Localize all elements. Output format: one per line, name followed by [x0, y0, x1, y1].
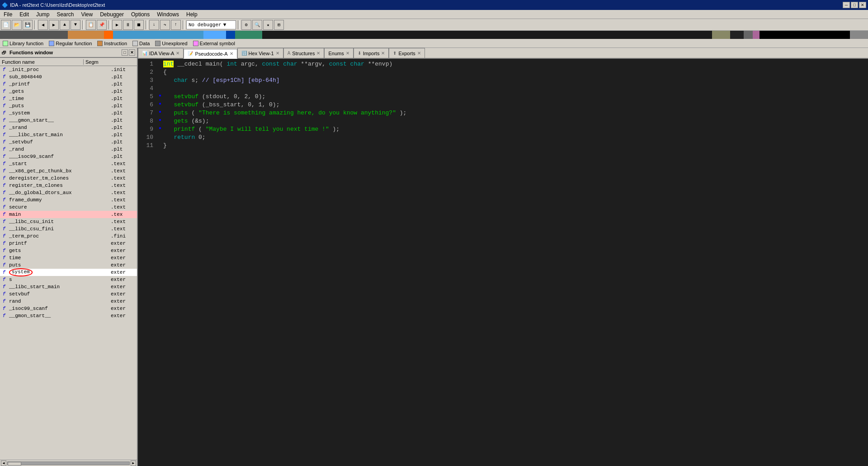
close-button[interactable]: ✕	[859, 2, 866, 8]
fn-row[interactable]: f__gmon_start__exter	[0, 312, 137, 319]
toolbar-open[interactable]: 📂	[12, 20, 22, 30]
tab-enums[interactable]: Enums ✕	[324, 48, 353, 58]
fn-icon: f	[0, 103, 8, 109]
tab-enums-label: Enums	[328, 51, 344, 56]
functions-scroll[interactable]: ◀ ▶	[0, 460, 137, 466]
code-area[interactable]: 1 int __cdecl main( int argc, const char…	[138, 59, 868, 466]
functions-header-controls[interactable]: □ ✕	[122, 49, 135, 56]
menu-view[interactable]: View	[77, 10, 96, 19]
fn-row[interactable]: f___isoc99_scanf.plt	[0, 153, 137, 160]
col-header-function[interactable]: Function name	[0, 59, 84, 65]
fn-row[interactable]: fsexter	[0, 276, 137, 283]
nav-seg-scrollbar[interactable]	[850, 31, 868, 39]
menu-help[interactable]: Help	[183, 10, 201, 19]
toolbar-paste[interactable]: 📌	[97, 20, 107, 30]
tab-ida-view[interactable]: 📊 IDA View-A ✕	[138, 48, 184, 58]
toolbar-run[interactable]: ▶	[112, 20, 122, 30]
menu-debugger[interactable]: Debugger	[96, 10, 127, 19]
maximize-button[interactable]: □	[851, 2, 858, 8]
panel-close-btn[interactable]: ✕	[129, 49, 135, 56]
fn-row[interactable]: fprintfexter	[0, 240, 137, 247]
fn-row[interactable]: fmain.tex	[0, 211, 137, 218]
fn-row[interactable]: fgetsexter	[0, 247, 137, 254]
panel-float-btn[interactable]: □	[122, 49, 128, 56]
toolbar-stepout[interactable]: ↑	[171, 20, 181, 30]
toolbar-copy[interactable]: 📋	[86, 20, 96, 30]
tab-exports[interactable]: ⬆ Exports ✕	[389, 48, 425, 58]
fn-row[interactable]: fderegister_tm_clones.text	[0, 175, 137, 182]
tab-pseudo-close[interactable]: ✕	[230, 51, 233, 56]
fn-row[interactable]: f_setvbuf.plt	[0, 138, 137, 146]
toolbar-back[interactable]: ◀	[38, 20, 48, 30]
scroll-right[interactable]: ▶	[131, 461, 136, 466]
toolbar-extra2[interactable]: 🔍	[252, 20, 262, 30]
tab-hex-view[interactable]: 🔢 Hex View-1 ✕	[237, 48, 283, 58]
toolbar-up[interactable]: ▲	[60, 20, 70, 30]
tab-struct-close[interactable]: ✕	[316, 51, 320, 56]
fn-row[interactable]: f__libc_start_mainexter	[0, 283, 137, 290]
toolbar-down[interactable]: ▼	[71, 20, 80, 30]
fn-seg: exter	[110, 248, 137, 253]
toolbar-extra4[interactable]: ⊞	[274, 20, 284, 30]
title-bar-controls[interactable]: ─ □ ✕	[843, 2, 866, 8]
menu-options[interactable]: Options	[127, 10, 153, 19]
fn-row[interactable]: fregister_tm_clones.text	[0, 182, 137, 189]
scroll-thumb[interactable]	[8, 462, 21, 466]
fn-name: _puts	[8, 103, 110, 109]
tab-enums-close[interactable]: ✕	[346, 51, 349, 56]
tab-exports-close[interactable]: ✕	[417, 51, 421, 56]
fn-row[interactable]: f__libc_csu_fini.text	[0, 225, 137, 233]
fn-row[interactable]: f_printf.plt	[0, 81, 137, 88]
fn-row[interactable]: f__libc_csu_init.text	[0, 218, 137, 225]
fn-row[interactable]: f__do_global_dtors_aux.text	[0, 189, 137, 196]
fn-row[interactable]: f__x86_get_pc_thunk_bx.text	[0, 167, 137, 175]
toolbar-new[interactable]: 📄	[1, 20, 11, 30]
menu-windows[interactable]: Windows	[153, 10, 183, 19]
menu-search[interactable]: Search	[53, 10, 77, 19]
fn-row[interactable]: f___libc_start_main.plt	[0, 131, 137, 138]
toolbar-pause[interactable]: ⏸	[123, 20, 133, 30]
fn-row[interactable]: f_init_proc.init	[0, 66, 137, 73]
scroll-left[interactable]: ◀	[1, 461, 6, 466]
col-header-segment[interactable]: Segm	[84, 59, 111, 65]
fn-row[interactable]: f_srand.plt	[0, 124, 137, 131]
fn-row[interactable]: f_puts.plt	[0, 102, 137, 109]
fn-row[interactable]: fsub_8048440.plt	[0, 73, 137, 81]
minimize-button[interactable]: ─	[843, 2, 850, 8]
fn-row[interactable]: f_rand.plt	[0, 146, 137, 153]
menu-edit[interactable]: Edit	[16, 10, 33, 19]
fn-row[interactable]: f_time.plt	[0, 95, 137, 102]
fn-row[interactable]: fsystemexter	[0, 269, 137, 276]
functions-list[interactable]: f_init_proc.initfsub_8048440.pltf_printf…	[0, 66, 137, 460]
fn-row[interactable]: f_isoc99_scanfexter	[0, 305, 137, 312]
fn-row[interactable]: f___gmon_start__.plt	[0, 117, 137, 124]
toolbar-stop[interactable]: ⏹	[134, 20, 144, 30]
fn-row[interactable]: fframe_dummy.text	[0, 196, 137, 204]
toolbar-save[interactable]: 💾	[23, 20, 33, 30]
debugger-dropdown[interactable]: No debugger ▼	[186, 20, 236, 29]
toolbar-fwd[interactable]: ▶	[49, 20, 59, 30]
fn-row[interactable]: frandexter	[0, 298, 137, 305]
fn-row[interactable]: f_gets.plt	[0, 88, 137, 95]
menu-jump[interactable]: Jump	[33, 10, 53, 19]
fn-row[interactable]: fsetvbufexter	[0, 290, 137, 298]
tab-imports-close[interactable]: ✕	[381, 51, 385, 56]
fn-row[interactable]: fsecure.text	[0, 204, 137, 211]
fn-row[interactable]: ftimeexter	[0, 254, 137, 262]
toolbar-stepover[interactable]: ↷	[160, 20, 170, 30]
fn-row[interactable]: f_term_proc.fini	[0, 233, 137, 240]
fn-row[interactable]: fputsexter	[0, 262, 137, 269]
tab-structures[interactable]: A Structures ✕	[283, 48, 325, 58]
tab-hex-close[interactable]: ✕	[276, 51, 279, 56]
scroll-track[interactable]	[7, 461, 130, 465]
dropdown-arrow[interactable]: ▼	[223, 22, 226, 28]
toolbar-extra3[interactable]: ★	[263, 20, 273, 30]
toolbar-step[interactable]: ↓	[149, 20, 159, 30]
tab-imports[interactable]: ⬇ Imports ✕	[354, 48, 389, 58]
fn-row[interactable]: f_system.plt	[0, 109, 137, 117]
tab-pseudocode[interactable]: 📝 Pseudocode-A ✕	[184, 49, 237, 59]
tab-ida-close[interactable]: ✕	[176, 51, 179, 56]
menu-file[interactable]: File	[0, 10, 16, 19]
toolbar-extra1[interactable]: ⚙	[241, 20, 251, 30]
fn-row[interactable]: f_start.text	[0, 160, 137, 167]
